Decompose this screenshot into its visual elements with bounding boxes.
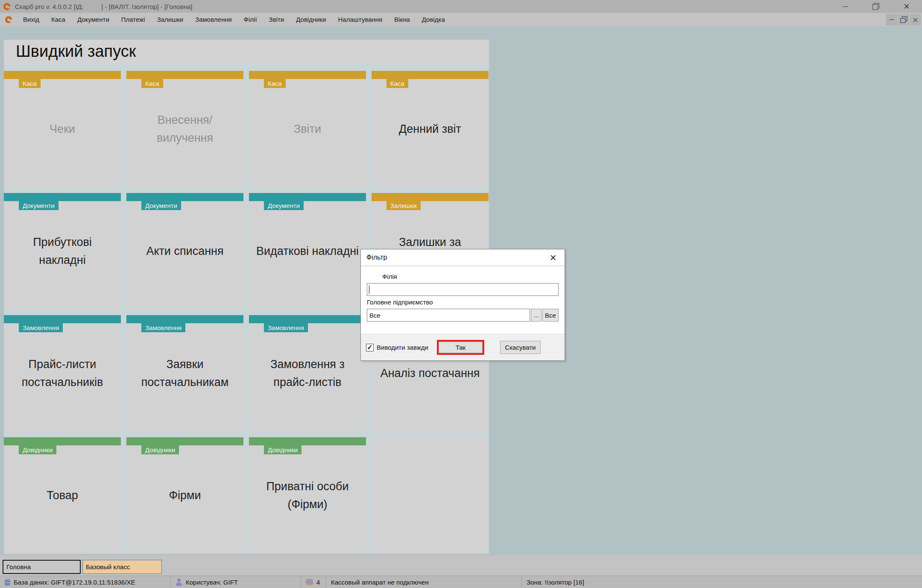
quick-launch-title: Швидкий запуск — [4, 40, 489, 63]
menu-bar: ВихідКасаДокументиПлатежіЗалишкиЗамовлен… — [0, 13, 922, 26]
tile-label: Замовлення з прайс-листів — [249, 315, 366, 431]
database-section: База даних: GIFT@172.19.0.11:51836/XE — [0, 576, 171, 588]
status-bar: База даних: GIFT@172.19.0.11:51836/XE Ко… — [0, 576, 922, 588]
mdi-window-controls: × — [885, 14, 921, 26]
zone-section: Зона: !Ізолятор [16] — [522, 576, 922, 588]
window-title: Скарб pro v. 4.0.0.2 [ІД: ] - [ВАЛІТ. Із… — [15, 3, 192, 10]
title-bar: Скарб pro v. 4.0.0.2 [ІД: ] - [ВАЛІТ. Із… — [0, 0, 922, 13]
dialog-title-bar[interactable]: Фільтр × — [361, 249, 565, 266]
tak-button[interactable]: Так — [439, 342, 483, 353]
tile-label: Фірми — [126, 437, 243, 553]
mdi-child-icon — [5, 16, 12, 23]
mdi-restore-button[interactable] — [897, 14, 909, 26]
cash-register-status: Кассовый аппарат не подключен — [331, 579, 429, 586]
quick-launch-tile-1[interactable]: КасаВнесення/вилучення — [126, 71, 243, 187]
tile-label-text: Заявки постачальникам — [132, 355, 238, 391]
bottom-tab-strip: ГоловнаБазовый класс — [0, 555, 922, 576]
user-section: Користувач: GIFT — [171, 576, 301, 588]
lookup-ellipsis-button[interactable]: … — [531, 309, 541, 322]
tile-label-text: Товар — [47, 486, 78, 504]
app-logo-icon — [3, 3, 11, 10]
dialog-close-button[interactable]: × — [545, 249, 561, 266]
quick-launch-tile-2[interactable]: КасаЗвіти — [249, 71, 366, 187]
bottom-tab-0[interactable]: Головна — [3, 560, 81, 574]
filia-input[interactable] — [367, 283, 559, 296]
tile-label-text: Фірми — [169, 486, 201, 504]
database-text: База даних: GIFT@172.19.0.11:51836/XE — [14, 579, 135, 586]
vyvodyty-zavzhdy-label: Виводити завжди — [377, 344, 428, 351]
menu-item-0[interactable]: Вихід — [17, 13, 45, 26]
vyvodyty-zavzhdy-checkbox[interactable]: ✓ — [366, 344, 374, 351]
tile-label: Товар — [4, 437, 121, 553]
tile-label: Прибуткові накладні — [4, 193, 121, 309]
bottom-tab-1[interactable]: Базовый класс — [82, 560, 162, 574]
ok-button-highlight: Так — [437, 340, 484, 355]
menu-item-1[interactable]: Каса — [45, 13, 71, 26]
quick-launch-tile-15[interactable] — [372, 437, 489, 553]
close-icon: × — [904, 1, 910, 12]
quick-launch-tile-12[interactable]: ДовідникиТовар — [4, 437, 121, 553]
tile-label: Заявки постачальникам — [126, 315, 243, 431]
skasuvaty-button[interactable]: Скасувати — [500, 341, 541, 354]
dialog-title: Фільтр — [366, 249, 387, 266]
tile-label-text: Звіти — [294, 120, 321, 138]
quick-launch-tile-10[interactable]: ЗамовленняЗамовлення з прайс-листів — [249, 315, 366, 431]
quick-launch-tile-9[interactable]: ЗамовленняЗаявки постачальникам — [126, 315, 243, 431]
minimize-button[interactable] — [830, 0, 861, 13]
mdi-close-button[interactable]: × — [909, 14, 921, 26]
quick-launch-tile-6[interactable]: ДокументиВидаткові накладні — [249, 193, 366, 309]
mdi-close-icon: × — [913, 15, 918, 24]
menu-item-4[interactable]: Залишки — [151, 13, 190, 26]
menu-item-2[interactable]: Документи — [71, 13, 115, 26]
quick-launch-tile-4[interactable]: ДокументиПрибуткові накладні — [4, 193, 121, 309]
tile-label-text: Прайс-листи постачальників — [9, 355, 116, 391]
quick-launch-tile-3[interactable]: КасаДенний звіт — [372, 71, 489, 187]
menu-item-7[interactable]: Звіти — [263, 13, 290, 26]
restore-button[interactable] — [861, 0, 891, 13]
minimize-icon — [843, 6, 848, 7]
mdi-minimize-button[interactable] — [885, 14, 897, 26]
restore-icon — [872, 4, 878, 10]
mdi-minimize-icon — [890, 19, 894, 20]
menu-item-8[interactable]: Довідники — [290, 13, 332, 26]
close-button[interactable]: × — [891, 0, 922, 13]
tile-label: Звіти — [249, 71, 366, 187]
user-icon — [176, 579, 182, 586]
tile-label: Денний звіт — [372, 71, 489, 187]
quick-launch-tile-0[interactable]: КасаЧеки — [4, 71, 121, 187]
vse-button[interactable]: Все — [542, 309, 559, 322]
filter-dialog: Фільтр × Філія Головне підприємство Все … — [360, 249, 565, 361]
menu-items: ВихідКасаДокументиПлатежіЗалишкиЗамовлен… — [17, 13, 451, 26]
tile-label-text: Акти списання — [146, 242, 223, 260]
dialog-body: Філія Головне підприємство Все … Все — [361, 266, 565, 322]
menu-item-6[interactable]: Філії — [238, 13, 263, 26]
tile-label: Внесення/вилучення — [126, 71, 243, 187]
menu-item-10[interactable]: Вікна — [388, 13, 416, 26]
holovne-pidpryiemstvo-row: Все … Все — [367, 309, 559, 322]
tile-label-text: Внесення/вилучення — [132, 111, 238, 147]
menu-item-5[interactable]: Замовлення — [189, 13, 237, 26]
quick-launch-tile-8[interactable]: ЗамовленняПрайс-листи постачальників — [4, 315, 121, 431]
quick-launch-tile-14[interactable]: ДовідникиПриватні особи (Фірми) — [249, 437, 366, 553]
quick-launch-tile-5[interactable]: ДокументиАкти списання — [126, 193, 243, 309]
tile-label-text: Видаткові накладні — [256, 242, 359, 260]
dialog-footer: ✓ Виводити завжди Так Скасувати — [361, 334, 565, 360]
user-text: Користувач: GIFT — [186, 579, 238, 586]
zone-text: Зона: !Ізолятор [16] — [527, 579, 584, 586]
menu-item-3[interactable]: Платежі — [115, 13, 151, 26]
menu-item-11[interactable]: Довідка — [416, 13, 451, 26]
quick-launch-tile-13[interactable]: ДовідникиФірми — [126, 437, 243, 553]
tile-label-text: Аналіз постачання — [381, 364, 480, 382]
holovne-pidpryiemstvo-input[interactable]: Все — [367, 309, 530, 322]
tile-label: Прайс-листи постачальників — [4, 315, 121, 431]
plug-icon — [306, 579, 313, 585]
tile-label: Видаткові накладні — [249, 193, 366, 309]
tile-label-text: Прибуткові накладні — [9, 233, 116, 269]
tile-label-text: Замовлення з прайс-листів — [254, 355, 361, 391]
menu-item-9[interactable]: Налаштування — [332, 13, 389, 26]
tile-label-text: Приватні особи (Фірми) — [254, 477, 361, 513]
tile-label: Приватні особи (Фірми) — [249, 437, 366, 553]
application-window: Скарб pro v. 4.0.0.2 [ІД: ] - [ВАЛІТ. Із… — [0, 0, 922, 588]
database-icon — [5, 579, 10, 585]
device-count-section: 4 — [301, 576, 326, 588]
